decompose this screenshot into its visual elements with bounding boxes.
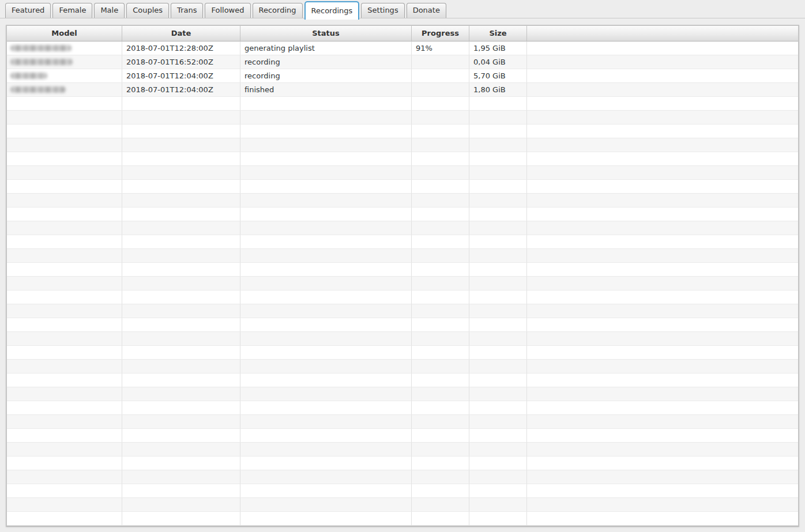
cell-fill-empty	[527, 221, 798, 235]
tab-female[interactable]: Female	[52, 3, 92, 18]
cell-status: recording	[240, 55, 412, 69]
cell-status-empty	[240, 277, 412, 290]
table-row-empty[interactable]	[7, 498, 798, 512]
table-row-empty[interactable]	[7, 249, 798, 263]
cell-status-empty	[240, 138, 412, 152]
cell-progress-empty	[412, 124, 469, 138]
table-row-empty[interactable]	[7, 207, 798, 221]
cell-progress-empty	[412, 263, 469, 277]
table-row-empty[interactable]	[7, 373, 798, 387]
table-row-empty[interactable]	[7, 401, 798, 415]
table-row-empty[interactable]	[7, 277, 798, 290]
cell-size-empty	[469, 124, 527, 138]
cell-progress-empty	[412, 221, 469, 235]
table-row-empty[interactable]	[7, 318, 798, 332]
tab-featured[interactable]: Featured	[5, 3, 51, 18]
table-row-empty[interactable]	[7, 221, 798, 235]
tab-settings[interactable]: Settings	[361, 3, 404, 18]
table-row-empty[interactable]	[7, 152, 798, 166]
cell-progress-empty	[412, 207, 469, 221]
cell-fill-empty	[527, 97, 798, 111]
cell-model-empty	[7, 346, 122, 360]
cell-date: 2018-07-01T12:04:00Z	[122, 83, 240, 97]
table-row-empty[interactable]	[7, 456, 798, 470]
cell-status-empty	[240, 498, 412, 512]
table-row-empty[interactable]	[7, 138, 798, 152]
cell-date-empty	[122, 498, 240, 512]
cell-status-empty	[240, 346, 412, 360]
table-row-empty[interactable]	[7, 429, 798, 443]
cell-model-empty	[7, 470, 122, 484]
tab-bar: FeaturedFemaleMaleCouplesTransFollowedRe…	[0, 0, 805, 18]
cell-status-empty	[240, 360, 412, 373]
table-row-empty[interactable]	[7, 97, 798, 111]
table-row-empty[interactable]	[7, 470, 798, 484]
cell-date-empty	[122, 484, 240, 498]
cell-status-empty	[240, 512, 412, 526]
cell-date-empty	[122, 290, 240, 304]
table-row-empty[interactable]	[7, 263, 798, 277]
cell-fill	[527, 69, 798, 83]
column-header-date[interactable]: Date	[122, 26, 240, 41]
table-row[interactable]: 2018-07-01T12:04:00Zrecording5,70 GiB	[7, 69, 798, 83]
table-row-empty[interactable]	[7, 111, 798, 124]
table-row-empty[interactable]	[7, 512, 798, 526]
column-header-model[interactable]: Model	[7, 26, 122, 41]
cell-date-empty	[122, 360, 240, 373]
cell-fill-empty	[527, 456, 798, 470]
table-row-empty[interactable]	[7, 387, 798, 401]
table-row-empty[interactable]	[7, 124, 798, 138]
tab-recording[interactable]: Recording	[253, 3, 303, 18]
cell-fill-empty	[527, 207, 798, 221]
table-row[interactable]: 2018-07-01T12:28:00Zgenerating playlist9…	[7, 41, 798, 55]
cell-progress-empty	[412, 235, 469, 249]
column-header-status[interactable]: Status	[240, 26, 412, 41]
cell-status: generating playlist	[240, 41, 412, 55]
cell-model-empty	[7, 138, 122, 152]
cell-model-empty	[7, 290, 122, 304]
tab-followed[interactable]: Followed	[205, 3, 250, 18]
table-row[interactable]: 2018-07-01T16:52:00Zrecording0,04 GiB	[7, 55, 798, 69]
table-row-empty[interactable]	[7, 194, 798, 207]
cell-model-empty	[7, 443, 122, 456]
table-row-empty[interactable]	[7, 235, 798, 249]
cell-model-empty	[7, 360, 122, 373]
cell-model-empty	[7, 304, 122, 318]
tab-recordings[interactable]: Recordings	[304, 1, 360, 20]
cell-model-empty	[7, 277, 122, 290]
cell-date-empty	[122, 456, 240, 470]
tab-male[interactable]: Male	[94, 3, 125, 18]
table-row-empty[interactable]	[7, 290, 798, 304]
table-row-empty[interactable]	[7, 415, 798, 429]
table-row-empty[interactable]	[7, 332, 798, 346]
cell-progress-empty	[412, 290, 469, 304]
cell-size: 1,80 GiB	[469, 83, 527, 97]
cell-status-empty	[240, 373, 412, 387]
column-header-progress[interactable]: Progress	[412, 26, 469, 41]
recordings-table-body: 2018-07-01T12:28:00Zgenerating playlist9…	[7, 41, 798, 526]
column-header-fill[interactable]	[527, 26, 798, 41]
table-row-empty[interactable]	[7, 304, 798, 318]
table-row-empty[interactable]	[7, 484, 798, 498]
table-row-empty[interactable]	[7, 166, 798, 180]
table-row-empty[interactable]	[7, 443, 798, 456]
cell-date-empty	[122, 207, 240, 221]
tab-couples[interactable]: Couples	[126, 3, 169, 18]
cell-model-empty	[7, 221, 122, 235]
redacted-model-name	[10, 59, 73, 65]
table-row-empty[interactable]	[7, 180, 798, 194]
cell-date: 2018-07-01T16:52:00Z	[122, 55, 240, 69]
cell-size-empty	[469, 429, 527, 443]
table-row-empty[interactable]	[7, 346, 798, 360]
table-row-empty[interactable]	[7, 360, 798, 373]
table-row[interactable]: 2018-07-01T12:04:00Zfinished1,80 GiB	[7, 83, 798, 97]
column-header-size[interactable]: Size	[469, 26, 527, 41]
cell-model-empty	[7, 263, 122, 277]
cell-fill-empty	[527, 470, 798, 484]
cell-progress-empty	[412, 194, 469, 207]
tab-trans[interactable]: Trans	[171, 3, 203, 18]
tab-donate[interactable]: Donate	[407, 3, 446, 18]
cell-model	[7, 69, 122, 83]
cell-size-empty	[469, 138, 527, 152]
cell-status-empty	[240, 249, 412, 263]
